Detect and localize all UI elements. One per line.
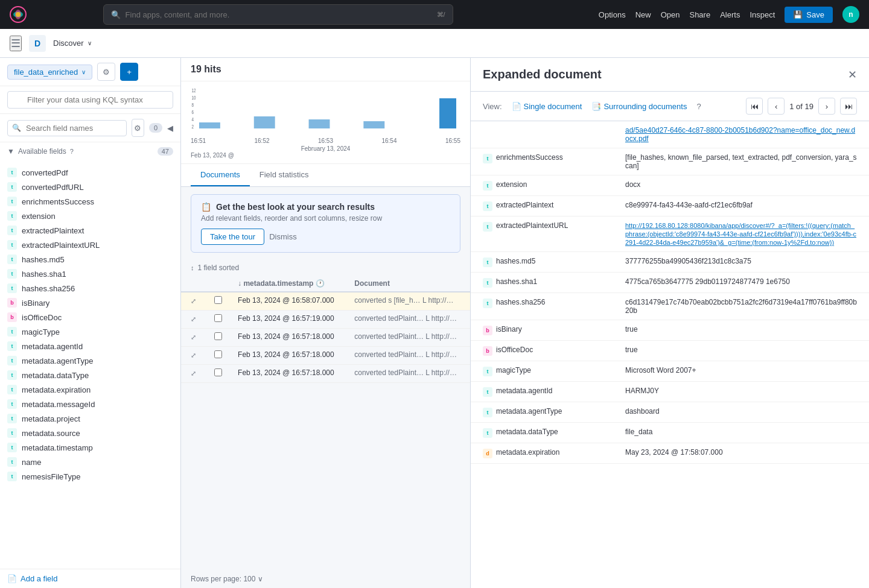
- field-item-extension[interactable]: textension: [0, 209, 180, 223]
- search-icon: 🔍: [12, 124, 21, 132]
- main-layout: file_data_enriched ∨ ⚙ + 🔍 🔍 ⚙ 0 ◀: [0, 58, 869, 588]
- field-item-metadata-project[interactable]: tmetadata.project: [0, 411, 180, 426]
- th-timestamp[interactable]: ↓ metadata.timestamp 🕐: [231, 276, 347, 292]
- avatar[interactable]: n: [842, 6, 859, 23]
- inspect-button[interactable]: Inspect: [750, 10, 775, 19]
- chart-time-labels: 16:51 16:52 16:53 16:54 16:55: [191, 136, 460, 145]
- field-name: extractedPlaintext: [22, 226, 84, 235]
- field-item-name[interactable]: tname: [0, 455, 180, 469]
- svg-rect-11: [199, 122, 220, 128]
- share-button[interactable]: Share: [689, 10, 710, 19]
- field-item-isBinary[interactable]: bisBinary: [0, 296, 180, 310]
- expand-row-button[interactable]: ⤢: [188, 314, 199, 324]
- discover-tab[interactable]: Discover ∨: [53, 39, 92, 48]
- hits-count: 19 hits: [191, 64, 221, 75]
- save-icon: 💾: [793, 10, 803, 19]
- field-item-metadata-dataType[interactable]: tmetadata.dataType: [0, 368, 180, 382]
- field-item-hashes-sha256[interactable]: thashes.sha256: [0, 281, 180, 296]
- add-filter-button[interactable]: +: [120, 63, 138, 81]
- filter-fields-button[interactable]: ⚙: [132, 119, 144, 137]
- field-value: 4775ca765b3647775 29db0119724877479 1e67…: [625, 277, 790, 286]
- field-item-metadata-source[interactable]: tmetadata.source: [0, 426, 180, 440]
- single-document-link[interactable]: 📄 Single document: [512, 102, 582, 111]
- field-link[interactable]: http://192.168.80.128:8080/kibana/app/di…: [625, 222, 856, 246]
- row-checkbox[interactable]: [214, 350, 222, 358]
- field-item-nemesisFileType[interactable]: tnemesisFileType: [0, 469, 180, 484]
- global-search-input[interactable]: [126, 10, 432, 19]
- row-doc-cell: converted tedPlaint… L http://…: [347, 365, 470, 383]
- histogram-chart: 12 10 8 6 4 2: [191, 86, 460, 134]
- surrounding-documents-link[interactable]: 📑 Surrounding documents: [591, 102, 687, 111]
- first-page-button[interactable]: ⏮: [746, 98, 763, 115]
- field-item-metadata-agentId[interactable]: tmetadata.agentId: [0, 339, 180, 353]
- row-checkbox[interactable]: [214, 368, 222, 376]
- time-label-5: 16:55: [445, 138, 460, 144]
- expand-row-button[interactable]: ⤢: [188, 332, 199, 343]
- field-item-hashes-md5[interactable]: thashes.md5: [0, 252, 180, 267]
- expand-row-button[interactable]: ⤢: [188, 296, 199, 306]
- field-item-magicType[interactable]: tmagicType: [0, 324, 180, 339]
- help-icon[interactable]: ?: [696, 102, 701, 111]
- hamburger-menu[interactable]: ☰: [10, 36, 22, 51]
- rows-per-page[interactable]: Rows per page: 100 ∨: [181, 570, 470, 588]
- field-item-metadata-messageId[interactable]: tmetadata.messageId: [0, 397, 180, 411]
- field-type-badge: t: [483, 408, 492, 417]
- options-button[interactable]: Options: [599, 10, 626, 19]
- time-label-1: 16:51: [191, 138, 206, 144]
- field-item-extractedPlaintextURL[interactable]: textractedPlaintextURL: [0, 238, 180, 252]
- toggle-sidebar-button[interactable]: ◀: [167, 124, 173, 133]
- field-type-badge: t: [7, 211, 17, 221]
- next-page-button[interactable]: ›: [818, 98, 835, 115]
- row-checkbox-cell: [207, 329, 231, 347]
- alerts-button[interactable]: Alerts: [720, 10, 740, 19]
- expand-row-button[interactable]: ⤢: [188, 350, 199, 361]
- tab-documents[interactable]: Documents: [191, 164, 250, 186]
- table-row: ⤢ Feb 13, 2024 @ 16:57:18.000 converted …: [181, 347, 470, 365]
- field-item-metadata-expiration[interactable]: tmetadata.expiration: [0, 382, 180, 397]
- last-page-button[interactable]: ⏭: [840, 98, 857, 115]
- available-fields-header[interactable]: ▼ Available fields ? 47: [7, 147, 173, 156]
- close-panel-button[interactable]: ✕: [848, 68, 857, 81]
- field-link[interactable]: ad/5ae40d27-646c-4c87-8800-2b0051b6d902?…: [625, 126, 855, 143]
- field-type-badge: t: [7, 356, 17, 365]
- field-name: hashes.sha1: [22, 270, 66, 279]
- best-look-banner: 📋 Get the best look at your search resul…: [191, 194, 460, 253]
- take-tour-button[interactable]: Take the tour: [201, 229, 264, 245]
- field-value-col: c6d131479e17c74b70eab02bcbb751a2fc2f6d73…: [625, 298, 857, 315]
- add-field-button[interactable]: 📄 Add a field: [0, 569, 180, 588]
- row-checkbox[interactable]: [214, 314, 222, 322]
- row-checkbox[interactable]: [214, 296, 222, 304]
- field-name-col: b isOfficeDoc: [483, 346, 616, 356]
- expand-row-button[interactable]: ⤢: [188, 368, 199, 379]
- open-button[interactable]: Open: [661, 10, 680, 19]
- tab-field-statistics[interactable]: Field statistics: [250, 164, 319, 186]
- field-item-isOfficeDoc[interactable]: bisOfficeDoc: [0, 310, 180, 324]
- add-field-label: Add a field: [21, 574, 57, 583]
- global-search[interactable]: 🔍 ⌘/: [103, 4, 453, 25]
- field-item-enrichmentsSuccess[interactable]: tenrichmentsSuccess: [0, 194, 180, 209]
- fields-count: 47: [158, 147, 173, 156]
- dismiss-button[interactable]: Dismiss: [269, 229, 297, 245]
- field-item-extractedPlaintext[interactable]: textractedPlaintext: [0, 223, 180, 238]
- field-item-convertedPdfURL[interactable]: tconvertedPdfURL: [0, 180, 180, 194]
- search-fields-input[interactable]: [7, 120, 127, 136]
- save-button[interactable]: 💾 Save: [785, 7, 833, 23]
- row-timestamp-cell: Feb 13, 2024 @ 16:57:19.000: [231, 311, 347, 329]
- time-label-2: 16:52: [254, 138, 269, 144]
- row-checkbox[interactable]: [214, 332, 222, 340]
- field-item-metadata-timestamp[interactable]: tmetadata.timestamp: [0, 440, 180, 455]
- kql-input[interactable]: [7, 91, 173, 109]
- new-button[interactable]: New: [635, 10, 651, 19]
- prev-page-button[interactable]: ‹: [768, 98, 785, 115]
- field-name: extension: [22, 212, 56, 221]
- field-item-metadata-agentType[interactable]: tmetadata.agentType: [0, 353, 180, 368]
- field-type-badge: b: [483, 346, 492, 356]
- field-value: docx: [625, 180, 640, 189]
- filter-button[interactable]: ⚙: [97, 63, 115, 81]
- index-selector[interactable]: file_data_enriched ∨: [7, 65, 92, 80]
- field-item-convertedPdf[interactable]: tconvertedPdf: [0, 165, 180, 180]
- search-kbd: ⌘/: [437, 11, 445, 19]
- field-type-badge: t: [7, 226, 17, 235]
- doc-field-row: t metadata.agentId HARMJ0Y: [471, 382, 869, 402]
- field-item-hashes-sha1[interactable]: thashes.sha1: [0, 267, 180, 281]
